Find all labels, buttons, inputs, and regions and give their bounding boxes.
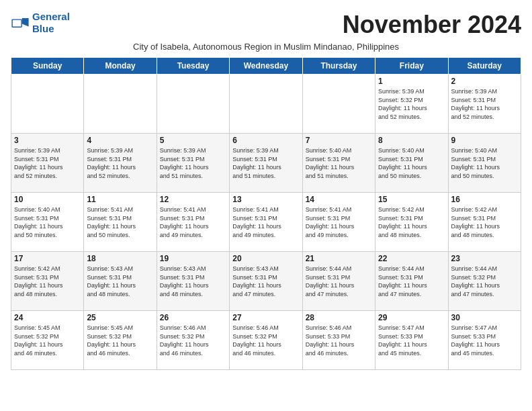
day-number: 15 (378, 195, 445, 204)
day-number: 8 (378, 136, 445, 145)
calendar-cell: 4Sunrise: 5:39 AM Sunset: 5:31 PM Daylig… (84, 134, 157, 193)
day-detail: Sunrise: 5:39 AM Sunset: 5:31 PM Dayligh… (160, 146, 226, 180)
calendar-cell: 28Sunrise: 5:46 AM Sunset: 5:33 PM Dayli… (302, 311, 375, 370)
day-detail: Sunrise: 5:46 AM Sunset: 5:33 PM Dayligh… (306, 324, 372, 357)
day-number: 13 (232, 195, 299, 204)
day-detail: Sunrise: 5:39 AM Sunset: 5:31 PM Dayligh… (87, 146, 153, 180)
day-detail: Sunrise: 5:44 AM Sunset: 5:31 PM Dayligh… (378, 265, 445, 298)
day-number: 18 (87, 254, 153, 263)
calendar-cell: 25Sunrise: 5:45 AM Sunset: 5:32 PM Dayli… (84, 311, 157, 370)
calendar-cell: 22Sunrise: 5:44 AM Sunset: 5:31 PM Dayli… (375, 252, 448, 311)
calendar-week-5: 24Sunrise: 5:45 AM Sunset: 5:32 PM Dayli… (11, 311, 521, 370)
calendar-cell: 9Sunrise: 5:40 AM Sunset: 5:31 PM Daylig… (448, 134, 521, 193)
calendar-cell: 26Sunrise: 5:46 AM Sunset: 5:32 PM Dayli… (157, 311, 229, 370)
calendar-cell: 15Sunrise: 5:42 AM Sunset: 5:31 PM Dayli… (375, 193, 448, 252)
day-detail: Sunrise: 5:41 AM Sunset: 5:31 PM Dayligh… (232, 205, 299, 239)
day-number: 23 (451, 254, 518, 263)
day-number: 9 (451, 136, 518, 145)
day-detail: Sunrise: 5:46 AM Sunset: 5:32 PM Dayligh… (160, 324, 226, 357)
calendar-cell: 30Sunrise: 5:47 AM Sunset: 5:33 PM Dayli… (448, 311, 521, 370)
day-header-saturday: Saturday (448, 58, 521, 75)
day-detail: Sunrise: 5:40 AM Sunset: 5:31 PM Dayligh… (306, 146, 372, 180)
day-detail: Sunrise: 5:42 AM Sunset: 5:31 PM Dayligh… (378, 205, 445, 239)
day-number: 1 (378, 77, 445, 86)
calendar-cell: 5Sunrise: 5:39 AM Sunset: 5:31 PM Daylig… (157, 134, 229, 193)
day-number: 5 (160, 136, 226, 145)
day-detail: Sunrise: 5:45 AM Sunset: 5:32 PM Dayligh… (14, 324, 81, 357)
day-number: 21 (306, 254, 372, 263)
general-blue-logo-icon (11, 13, 30, 32)
day-number: 20 (232, 254, 299, 263)
day-detail: Sunrise: 5:40 AM Sunset: 5:31 PM Dayligh… (378, 146, 445, 180)
calendar-week-1: 1Sunrise: 5:39 AM Sunset: 5:32 PM Daylig… (11, 75, 521, 134)
calendar-cell: 14Sunrise: 5:41 AM Sunset: 5:31 PM Dayli… (302, 193, 375, 252)
day-number: 7 (306, 136, 372, 145)
calendar-cell (230, 75, 302, 134)
day-header-thursday: Thursday (302, 58, 375, 75)
calendar-cell: 7Sunrise: 5:40 AM Sunset: 5:31 PM Daylig… (302, 134, 375, 193)
calendar-cell (11, 75, 84, 134)
calendar-cell: 24Sunrise: 5:45 AM Sunset: 5:32 PM Dayli… (11, 311, 84, 370)
day-number: 19 (160, 254, 226, 263)
day-detail: Sunrise: 5:41 AM Sunset: 5:31 PM Dayligh… (160, 205, 226, 239)
calendar-cell: 18Sunrise: 5:43 AM Sunset: 5:31 PM Dayli… (84, 252, 157, 311)
day-number: 3 (14, 136, 81, 145)
month-title: November 2024 (343, 11, 521, 39)
calendar-body: 1Sunrise: 5:39 AM Sunset: 5:32 PM Daylig… (11, 75, 521, 370)
day-number: 29 (378, 313, 445, 322)
day-number: 4 (87, 136, 153, 145)
day-number: 28 (306, 313, 372, 322)
calendar-week-3: 10Sunrise: 5:40 AM Sunset: 5:31 PM Dayli… (11, 193, 521, 252)
day-header-sunday: Sunday (11, 58, 84, 75)
day-number: 10 (14, 195, 81, 204)
calendar-header: SundayMondayTuesdayWednesdayThursdayFrid… (11, 58, 521, 75)
calendar-cell: 19Sunrise: 5:43 AM Sunset: 5:31 PM Dayli… (157, 252, 229, 311)
calendar-cell: 6Sunrise: 5:39 AM Sunset: 5:31 PM Daylig… (230, 134, 302, 193)
day-detail: Sunrise: 5:43 AM Sunset: 5:31 PM Dayligh… (232, 265, 299, 298)
day-detail: Sunrise: 5:41 AM Sunset: 5:31 PM Dayligh… (306, 205, 372, 239)
day-detail: Sunrise: 5:40 AM Sunset: 5:31 PM Dayligh… (14, 205, 81, 239)
calendar-cell: 13Sunrise: 5:41 AM Sunset: 5:31 PM Dayli… (230, 193, 302, 252)
day-number: 25 (87, 313, 153, 322)
day-number: 22 (378, 254, 445, 263)
day-detail: Sunrise: 5:39 AM Sunset: 5:32 PM Dayligh… (378, 87, 445, 121)
day-detail: Sunrise: 5:39 AM Sunset: 5:31 PM Dayligh… (232, 146, 299, 180)
calendar-cell: 27Sunrise: 5:46 AM Sunset: 5:32 PM Dayli… (230, 311, 302, 370)
calendar-cell: 2Sunrise: 5:39 AM Sunset: 5:31 PM Daylig… (448, 75, 521, 134)
day-number: 2 (451, 77, 518, 86)
calendar-table: SundayMondayTuesdayWednesdayThursdayFrid… (11, 57, 521, 370)
day-number: 17 (14, 254, 81, 263)
calendar-cell: 1Sunrise: 5:39 AM Sunset: 5:32 PM Daylig… (375, 75, 448, 134)
day-detail: Sunrise: 5:39 AM Sunset: 5:31 PM Dayligh… (14, 146, 81, 180)
day-number: 6 (232, 136, 299, 145)
calendar-cell: 11Sunrise: 5:41 AM Sunset: 5:31 PM Dayli… (84, 193, 157, 252)
calendar-cell: 17Sunrise: 5:42 AM Sunset: 5:31 PM Dayli… (11, 252, 84, 311)
day-detail: Sunrise: 5:41 AM Sunset: 5:31 PM Dayligh… (87, 205, 153, 239)
calendar-week-4: 17Sunrise: 5:42 AM Sunset: 5:31 PM Dayli… (11, 252, 521, 311)
calendar-cell (157, 75, 229, 134)
day-detail: Sunrise: 5:47 AM Sunset: 5:33 PM Dayligh… (451, 324, 518, 357)
svg-rect-2 (13, 20, 21, 27)
day-detail: Sunrise: 5:42 AM Sunset: 5:31 PM Dayligh… (14, 265, 81, 298)
day-detail: Sunrise: 5:43 AM Sunset: 5:31 PM Dayligh… (87, 265, 153, 298)
day-header-friday: Friday (375, 58, 448, 75)
calendar-week-2: 3Sunrise: 5:39 AM Sunset: 5:31 PM Daylig… (11, 134, 521, 193)
day-detail: Sunrise: 5:39 AM Sunset: 5:31 PM Dayligh… (451, 87, 518, 121)
day-detail: Sunrise: 5:42 AM Sunset: 5:31 PM Dayligh… (451, 205, 518, 239)
day-detail: Sunrise: 5:45 AM Sunset: 5:32 PM Dayligh… (87, 324, 153, 357)
calendar-cell: 3Sunrise: 5:39 AM Sunset: 5:31 PM Daylig… (11, 134, 84, 193)
day-detail: Sunrise: 5:44 AM Sunset: 5:31 PM Dayligh… (306, 265, 372, 298)
calendar-cell: 21Sunrise: 5:44 AM Sunset: 5:31 PM Dayli… (302, 252, 375, 311)
day-number: 27 (232, 313, 299, 322)
day-detail: Sunrise: 5:46 AM Sunset: 5:32 PM Dayligh… (232, 324, 299, 357)
day-header-monday: Monday (84, 58, 157, 75)
header: General Blue November 2024 (11, 11, 521, 39)
day-number: 12 (160, 195, 226, 204)
day-headers-row: SundayMondayTuesdayWednesdayThursdayFrid… (11, 58, 521, 75)
calendar-cell: 12Sunrise: 5:41 AM Sunset: 5:31 PM Dayli… (157, 193, 229, 252)
day-number: 24 (14, 313, 81, 322)
day-number: 26 (160, 313, 226, 322)
day-number: 30 (451, 313, 518, 322)
day-detail: Sunrise: 5:47 AM Sunset: 5:33 PM Dayligh… (378, 324, 445, 357)
day-number: 11 (87, 195, 153, 204)
